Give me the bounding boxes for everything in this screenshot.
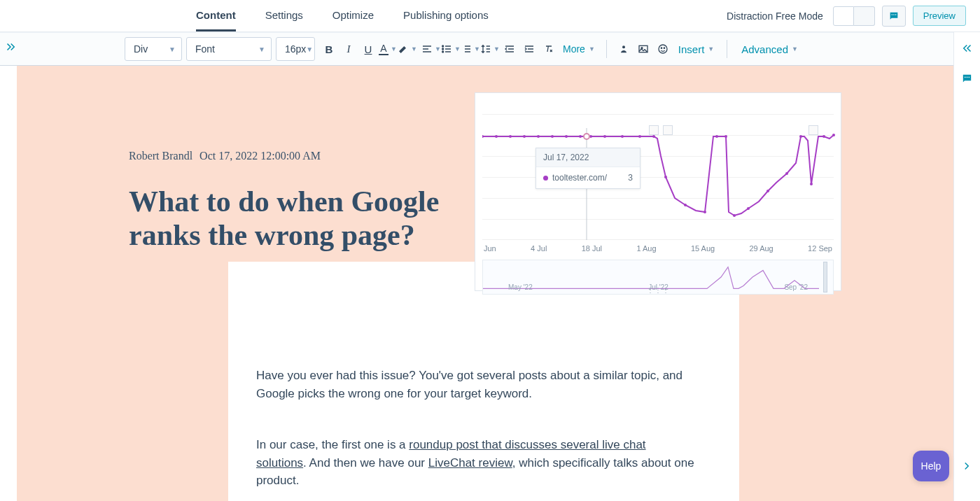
insert-emoji-button[interactable] (653, 38, 673, 59)
comments-panel-button[interactable] (961, 73, 973, 87)
tooltip-site: tooltester.com/ (552, 173, 607, 183)
svg-point-26 (638, 135, 641, 138)
tab-bar-right: Distraction Free Mode Preview (727, 6, 966, 27)
tab-optimize[interactable]: Optimize (332, 1, 374, 31)
svg-point-29 (684, 204, 687, 206)
numbered-list-button[interactable]: ▼ (461, 38, 480, 59)
indent-increase-button[interactable] (519, 38, 539, 59)
chart-main: Jul 17, 2022 tooltester.com/ 3 (482, 100, 834, 240)
right-panel (953, 32, 980, 501)
svg-rect-13 (967, 77, 967, 78)
preview-button[interactable]: Preview (913, 6, 966, 26)
tabs: Content Settings Optimize Publishing opt… (196, 1, 489, 31)
chat-icon (961, 73, 973, 85)
chart-overview[interactable]: May '22 Jul '22 Sep '22 ⋮⋮⋮ (482, 260, 834, 295)
svg-point-28 (664, 176, 667, 178)
svg-point-9 (659, 45, 667, 53)
svg-point-25 (621, 135, 624, 138)
svg-point-20 (551, 135, 554, 138)
chat-icon (888, 10, 899, 22)
insert-image-button[interactable] (634, 38, 653, 59)
chart-tooltip: Jul 17, 2022 tooltester.com/ 3 (536, 148, 640, 189)
svg-point-40 (832, 134, 835, 136)
overview-handle[interactable] (823, 262, 827, 292)
next-arrow-button[interactable] (960, 460, 973, 476)
comments-button[interactable] (882, 6, 906, 27)
svg-point-30 (704, 211, 706, 213)
indent-increase-icon (524, 43, 535, 55)
svg-point-16 (495, 135, 498, 138)
bullet-list-button[interactable]: ▼ (441, 38, 461, 59)
chart-x-axis: Jun 4 Jul 18 Jul 1 Aug 15 Aug 29 Aug 12 … (482, 240, 834, 253)
italic-button[interactable]: I (339, 38, 358, 59)
editor-toolbar: Div▼ Font▼ 16px▼ B I U A▼ ▼ ▼ ▼ ▼ (0, 32, 980, 66)
insert-menu[interactable]: Insert▼ (673, 43, 720, 55)
tab-publishing-options[interactable]: Publishing options (403, 1, 489, 31)
svg-point-15 (482, 135, 484, 138)
clear-format-button[interactable] (539, 38, 559, 59)
expand-left-panel-button[interactable] (4, 41, 17, 56)
editor-canvas[interactable]: Robert Brandl Oct 17, 2022 12:00:00 AM W… (17, 66, 953, 501)
chart-image[interactable]: Jul 17, 2022 tooltester.com/ 3 Jun 4 Jul… (475, 92, 841, 291)
numbered-list-icon (461, 43, 472, 55)
more-button[interactable]: More▼ (559, 43, 599, 55)
chevrons-left-icon (961, 42, 974, 55)
annotation-marker (808, 125, 818, 135)
block-type-select[interactable]: Div▼ (125, 37, 182, 61)
svg-point-17 (509, 135, 512, 138)
paragraph[interactable]: In our case, the first one is a roundup … (256, 436, 697, 490)
font-family-select[interactable]: Font▼ (186, 37, 272, 61)
line-height-button[interactable]: ▼ (480, 38, 500, 59)
svg-point-10 (661, 48, 662, 48)
svg-point-32 (724, 135, 727, 138)
pen-icon (398, 43, 409, 55)
svg-point-36 (785, 172, 788, 175)
paragraph[interactable]: Have you ever had this issue? You've got… (256, 367, 697, 402)
chevrons-right-icon (4, 41, 17, 53)
post-author: Robert Brandl (129, 150, 192, 162)
link-livechat[interactable]: LiveChat review (428, 456, 512, 470)
tab-bar: Content Settings Optimize Publishing opt… (0, 0, 980, 32)
chevron-right-icon (960, 460, 973, 472)
tooltip-date: Jul 17, 2022 (536, 148, 640, 167)
series-dot (543, 176, 548, 181)
line-height-icon (480, 43, 491, 55)
font-size-select[interactable]: 16px▼ (276, 37, 315, 61)
annotation-marker (663, 125, 673, 135)
align-button[interactable]: ▼ (421, 38, 441, 59)
underline-button[interactable]: U (358, 38, 378, 59)
indent-decrease-icon (504, 43, 515, 55)
svg-rect-0 (891, 14, 892, 15)
post-date: Oct 17, 2022 12:00:00 AM (200, 150, 321, 162)
highlight-button[interactable]: ▼ (398, 38, 417, 59)
svg-rect-12 (965, 77, 965, 78)
distraction-free-toggle[interactable] (833, 6, 875, 26)
tab-content[interactable]: Content (196, 1, 236, 31)
svg-rect-1 (893, 14, 894, 15)
svg-point-4 (442, 48, 444, 50)
tab-settings[interactable]: Settings (265, 1, 303, 31)
post-title[interactable]: What to do when Google ranks the wrong p… (129, 185, 451, 253)
expand-right-panel-button[interactable] (961, 42, 974, 57)
clear-format-icon (543, 43, 554, 55)
svg-point-5 (442, 51, 444, 52)
bullet-list-icon (441, 43, 452, 55)
personalization-button[interactable] (614, 38, 634, 59)
emoji-icon (657, 43, 668, 55)
svg-point-24 (603, 135, 606, 138)
svg-point-11 (664, 48, 664, 48)
post-body[interactable]: Have you ever had this issue? You've got… (228, 262, 739, 501)
text-color-button[interactable]: A▼ (378, 38, 398, 59)
svg-point-6 (622, 45, 625, 48)
help-button[interactable]: Help (913, 451, 949, 481)
bold-button[interactable]: B (319, 38, 339, 59)
indent-decrease-button[interactable] (500, 38, 519, 59)
svg-point-18 (523, 135, 526, 138)
overview-grip[interactable]: ⋮⋮⋮ (647, 286, 670, 294)
svg-point-33 (733, 214, 736, 217)
svg-point-34 (747, 207, 750, 210)
advanced-menu[interactable]: Advanced▼ (734, 43, 805, 55)
svg-point-42 (584, 134, 589, 139)
svg-point-19 (537, 135, 540, 138)
svg-point-31 (715, 135, 718, 138)
